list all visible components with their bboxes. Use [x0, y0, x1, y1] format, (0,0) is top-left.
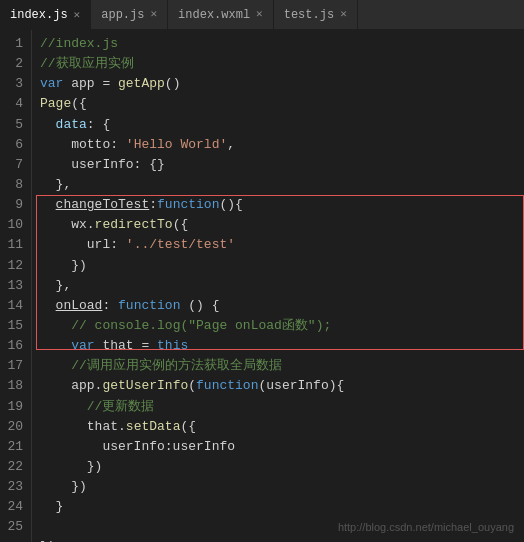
- code-line: onLoad: function () {: [40, 296, 524, 316]
- code-line: }): [40, 537, 524, 542]
- tab-label: app.js: [101, 8, 144, 22]
- code-line: },: [40, 276, 524, 296]
- code-line: data: {: [40, 115, 524, 135]
- code-line: }): [40, 457, 524, 477]
- watermark: http://blog.csdn.net/michael_ouyang: [338, 519, 514, 536]
- line-numbers: 12345 678910 1112131415 1617181920 21222…: [0, 30, 32, 542]
- code-line: //调用应用实例的方法获取全局数据: [40, 356, 524, 376]
- code-line: }): [40, 477, 524, 497]
- code-line: var that = this: [40, 336, 524, 356]
- code-line: url: '../test/test': [40, 235, 524, 255]
- code-line: //index.js: [40, 34, 524, 54]
- code-line: userInfo: {}: [40, 155, 524, 175]
- code-line: var app = getApp(): [40, 74, 524, 94]
- tab-index-js[interactable]: index.js ✕: [0, 0, 91, 29]
- code-line: //获取应用实例: [40, 54, 524, 74]
- code-line: //更新数据: [40, 397, 524, 417]
- code-line: changeToTest:function(){: [40, 195, 524, 215]
- code-line: motto: 'Hello World',: [40, 135, 524, 155]
- code-line: wx.redirectTo({: [40, 215, 524, 235]
- code-line: app.getUserInfo(function(userInfo){: [40, 376, 524, 396]
- editor: 12345 678910 1112131415 1617181920 21222…: [0, 30, 524, 542]
- tab-bar: index.js ✕ app.js ✕ index.wxml ✕ test.js…: [0, 0, 524, 30]
- close-icon[interactable]: ✕: [340, 9, 347, 20]
- code-line: // console.log("Page onLoad函数");: [40, 316, 524, 336]
- code-line: that.setData({: [40, 417, 524, 437]
- close-icon[interactable]: ✕: [256, 9, 263, 20]
- highlighted-region: changeToTest:function(){ wx.redirectTo({…: [40, 195, 524, 296]
- code-line: }: [40, 497, 524, 517]
- code-line: Page({: [40, 94, 524, 114]
- tab-test-js[interactable]: test.js ✕: [274, 0, 358, 29]
- close-icon[interactable]: ✕: [150, 9, 157, 20]
- code-area[interactable]: //index.js //获取应用实例 var app = getApp() P…: [32, 30, 524, 542]
- tab-label: index.js: [10, 8, 68, 22]
- close-icon[interactable]: ✕: [74, 10, 81, 21]
- tab-label: index.wxml: [178, 8, 250, 22]
- tab-label: test.js: [284, 8, 334, 22]
- code-line: userInfo:userInfo: [40, 437, 524, 457]
- tab-app-js[interactable]: app.js ✕: [91, 0, 168, 29]
- code-line: }): [40, 256, 524, 276]
- tab-index-wxml[interactable]: index.wxml ✕: [168, 0, 274, 29]
- code-line: },: [40, 175, 524, 195]
